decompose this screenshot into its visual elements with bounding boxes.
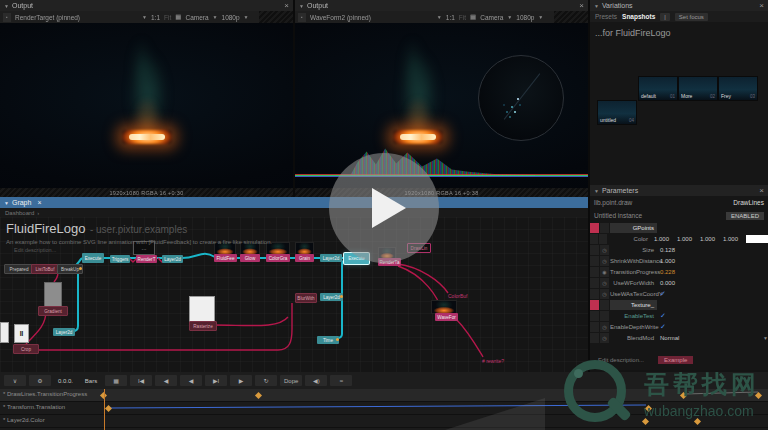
parameter-group-row[interactable]: Texture_: [590, 299, 768, 310]
resolution-select[interactable]: 1080p: [222, 14, 240, 21]
close-icon[interactable]: ×: [37, 199, 41, 206]
parameter-row[interactable]: EnableTest✓: [590, 310, 768, 321]
operator-name[interactable]: DrawLines: [733, 199, 764, 206]
camera-select[interactable]: Camera: [185, 14, 208, 21]
jump-start-button[interactable]: I◀: [130, 375, 152, 386]
pin-icon[interactable]: ▪: [298, 13, 306, 22]
pin-icon[interactable]: ▪: [3, 13, 11, 22]
gutter-icon[interactable]: [600, 311, 609, 321]
parameter-row[interactable]: ◷UseWAsTexCoordY✓: [590, 288, 768, 299]
parameter-row[interactable]: ◷UseWForWidth0.000: [590, 277, 768, 288]
chevron-down-icon[interactable]: ▼: [507, 14, 512, 20]
graph-node[interactable]: WaveFor: [435, 313, 458, 321]
resolution-select[interactable]: 1080p: [516, 14, 534, 21]
checkbox-checked-icon[interactable]: ✓: [660, 323, 666, 331]
prev-key-button[interactable]: ◀: [155, 375, 177, 386]
parameter-row[interactable]: ◷ShrinkWithDistance1.000: [590, 255, 768, 266]
parameter-group-row[interactable]: GPoints: [590, 222, 768, 233]
parameter-row[interactable]: ◉TransitionProgress0.228: [590, 266, 768, 277]
dope-mode-button[interactable]: Dope: [280, 375, 302, 386]
graph-node[interactable]: Layer2d: [53, 328, 75, 336]
zoom-level[interactable]: 1:1: [446, 14, 455, 21]
chevron-down-icon[interactable]: ▼: [437, 14, 442, 20]
video-play-button[interactable]: [329, 153, 439, 263]
chevron-down-icon[interactable]: ▼: [244, 14, 249, 20]
divider-button[interactable]: |: [660, 13, 670, 21]
value-field[interactable]: 0.128: [660, 247, 675, 253]
graph-node[interactable]: ColorGra: [266, 254, 290, 262]
close-icon[interactable]: ×: [759, 186, 764, 195]
tab-presets[interactable]: Presets: [595, 13, 617, 20]
graph-node[interactable]: BreakUp: [57, 264, 83, 274]
panel-caret-icon[interactable]: ▼: [594, 3, 599, 9]
camera-select[interactable]: Camera: [480, 14, 503, 21]
value-field[interactable]: 0.228: [660, 269, 675, 275]
gutter-icon[interactable]: ◷: [600, 322, 609, 332]
gutter-icon[interactable]: ◷: [600, 245, 609, 255]
graph-node[interactable]: Crop: [13, 344, 39, 354]
graph-node[interactable]: Grain: [295, 254, 314, 262]
graph-node[interactable]: ListToBuf: [31, 264, 59, 274]
graph-node[interactable]: Triggers: [110, 255, 130, 263]
graph-node[interactable]: Layer2d: [320, 293, 343, 301]
chevron-down-icon[interactable]: ▼: [763, 335, 768, 341]
value-field[interactable]: Normal: [660, 335, 679, 341]
parameter-row[interactable]: Color1.0001.0001.0001.000: [590, 233, 768, 244]
loop-button[interactable]: ↻: [255, 375, 277, 386]
breadcrumb-item[interactable]: Dashboard: [5, 210, 34, 216]
panel-caret-icon[interactable]: ▼: [299, 3, 304, 9]
curves-button[interactable]: ≈: [330, 375, 352, 386]
playhead[interactable]: [104, 389, 105, 430]
next-key-button[interactable]: ▶: [230, 375, 252, 386]
grid-toggle-icon[interactable]: ▦: [470, 13, 476, 21]
gutter-icon[interactable]: ◷: [600, 333, 609, 343]
set-focus-button[interactable]: Set focus: [675, 13, 708, 21]
close-icon[interactable]: ×: [284, 1, 289, 10]
play-backward-button[interactable]: ◀: [180, 375, 202, 386]
gutter-icon[interactable]: ◷: [600, 278, 609, 288]
parameter-row[interactable]: ◷BlendModNormal▼: [590, 332, 768, 343]
parameter-values[interactable]: ✓: [657, 312, 768, 320]
chevron-down-icon[interactable]: ▼: [538, 14, 543, 20]
graph-node[interactable]: Glow: [240, 254, 260, 262]
output1-viewport[interactable]: [0, 23, 293, 188]
graph-node[interactable]: RenderT: [136, 255, 157, 263]
value-field[interactable]: 1.000: [660, 258, 675, 264]
graph-node[interactable]: FluidFee: [214, 254, 237, 262]
tab-snapshots[interactable]: Snapshots: [622, 13, 655, 20]
parameter-row[interactable]: ◷Size0.128: [590, 244, 768, 255]
graph-node[interactable]: Rasterize: [189, 321, 217, 331]
snapshot-thumbnail[interactable]: untitled04: [597, 100, 637, 125]
parameter-values[interactable]: 0.128: [657, 247, 768, 253]
zoom-level[interactable]: 1:1: [151, 14, 160, 21]
snapshot-thumbnail[interactable]: Frey03: [718, 76, 758, 101]
checkbox-checked-icon[interactable]: ✓: [660, 312, 666, 320]
grid-toggle-icon[interactable]: ▦: [175, 13, 181, 21]
value-field[interactable]: 1.000: [654, 236, 669, 242]
parameter-values[interactable]: Normal▼: [657, 335, 768, 341]
value-field[interactable]: 1.000: [700, 236, 715, 242]
graph-node[interactable]: Time: [317, 336, 339, 344]
chevron-down-icon[interactable]: ▼: [213, 14, 218, 20]
value-field[interactable]: 1.000: [677, 236, 692, 242]
graph-node[interactable]: Execute: [82, 253, 104, 263]
close-icon[interactable]: ×: [759, 1, 764, 10]
gutter-icon[interactable]: [599, 234, 607, 244]
graph-node[interactable]: Prepared: [4, 264, 34, 274]
checkbox-checked-icon[interactable]: ✓: [660, 290, 666, 298]
play-button[interactable]: ▶I: [205, 375, 227, 386]
grid-icon[interactable]: ▦: [105, 375, 127, 386]
close-icon[interactable]: ×: [579, 1, 584, 10]
fit-button[interactable]: Fit: [164, 14, 171, 21]
output2-viewport[interactable]: [295, 23, 588, 188]
unit-mode[interactable]: Bars: [80, 375, 102, 386]
time-display[interactable]: 0.0.0.: [54, 375, 77, 386]
fit-button[interactable]: Fit: [459, 14, 466, 21]
gutter-icon[interactable]: ◉: [600, 267, 609, 277]
instance-name[interactable]: Untitled instance: [594, 212, 726, 219]
menu-caret-icon[interactable]: ∨: [4, 375, 26, 386]
gutter-icon[interactable]: [600, 223, 609, 233]
snapshot-thumbnail[interactable]: More02: [678, 76, 718, 101]
output-source-select[interactable]: RenderTarget (pinned): [15, 14, 80, 21]
parameter-values[interactable]: 0.228: [657, 269, 768, 275]
